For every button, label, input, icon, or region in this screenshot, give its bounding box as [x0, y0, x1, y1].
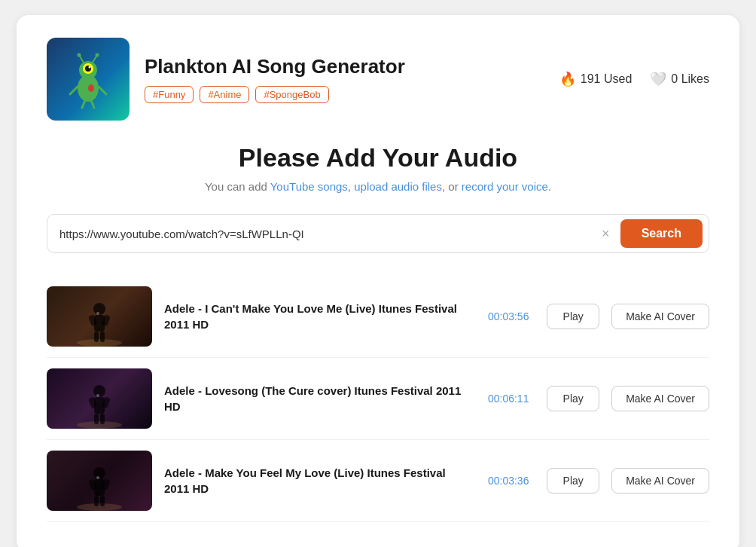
- tag: #Funny: [145, 86, 194, 103]
- main-section: Please Add Your Audio You can add YouTub…: [47, 143, 709, 193]
- svg-line-11: [82, 100, 85, 108]
- song-item: Adele - Lovesong (The Cure cover) Itunes…: [47, 358, 709, 440]
- svg-rect-30: [100, 414, 105, 424]
- song-duration: 00:03:56: [482, 310, 535, 322]
- svg-line-9: [70, 87, 78, 94]
- used-label: 191 Used: [581, 72, 633, 86]
- svg-line-10: [99, 87, 106, 94]
- record-link[interactable]: record your voice: [462, 180, 548, 193]
- tag: #Anime: [200, 86, 249, 103]
- main-card: Plankton AI Song Generator #Funny#Anime#…: [17, 15, 739, 547]
- search-button[interactable]: Search: [620, 219, 703, 248]
- used-stat: 🔥 191 Used: [559, 71, 633, 87]
- svg-point-6: [78, 53, 81, 57]
- song-title: Adele - Lovesong (The Cure cover) Itunes…: [164, 383, 470, 414]
- song-info: Adele - I Can't Make You Love Me (Live) …: [164, 301, 470, 332]
- search-input[interactable]: [59, 228, 596, 240]
- svg-point-22: [96, 312, 99, 315]
- tag: #SpongeBob: [255, 86, 328, 103]
- likes-stat: 🤍 0 Likes: [650, 71, 709, 87]
- ai-cover-button[interactable]: Make AI Cover: [611, 468, 709, 494]
- song-duration: 00:03:36: [482, 475, 535, 487]
- svg-rect-39: [100, 496, 105, 506]
- svg-point-40: [96, 476, 99, 479]
- svg-point-4: [89, 66, 91, 69]
- svg-point-31: [96, 394, 99, 397]
- svg-line-12: [91, 100, 94, 108]
- main-title: Please Add Your Audio: [47, 143, 709, 173]
- svg-point-13: [88, 84, 94, 92]
- song-thumbnail: [47, 368, 152, 429]
- svg-point-33: [77, 503, 122, 511]
- song-title: Adele - Make You Feel My Love (Live) Itu…: [164, 465, 470, 497]
- play-button[interactable]: Play: [547, 304, 599, 329]
- ai-cover-button[interactable]: Make AI Cover: [611, 304, 709, 329]
- ai-cover-button[interactable]: Make AI Cover: [611, 386, 709, 411]
- svg-point-34: [93, 467, 105, 479]
- svg-rect-20: [94, 332, 99, 342]
- header: Plankton AI Song Generator #Funny#Anime#…: [47, 38, 709, 121]
- svg-point-16: [93, 303, 105, 315]
- youtube-link[interactable]: YouTube songs: [270, 180, 348, 193]
- svg-point-8: [96, 53, 99, 57]
- song-list: Adele - I Can't Make You Love Me (Live) …: [47, 276, 709, 522]
- svg-rect-21: [100, 332, 105, 342]
- song-info: Adele - Make You Feel My Love (Live) Itu…: [164, 465, 470, 497]
- svg-point-15: [77, 339, 122, 347]
- app-title: Plankton AI Song Generator: [145, 55, 544, 78]
- song-info: Adele - Lovesong (The Cure cover) Itunes…: [164, 383, 470, 414]
- svg-rect-38: [94, 496, 99, 506]
- song-duration: 00:06:11: [482, 393, 535, 405]
- likes-label: 0 Likes: [671, 72, 709, 86]
- header-info: Plankton AI Song Generator #Funny#Anime#…: [145, 55, 544, 103]
- flame-icon: 🔥: [559, 71, 576, 87]
- avatar: [47, 38, 130, 121]
- main-subtitle: You can add YouTube songs, upload audio …: [47, 180, 709, 193]
- song-thumbnail: [47, 286, 152, 347]
- clear-button[interactable]: ×: [596, 224, 616, 243]
- play-button[interactable]: Play: [547, 468, 599, 494]
- song-thumbnail: [47, 451, 152, 511]
- upload-link[interactable]: upload audio files: [354, 180, 442, 193]
- play-button[interactable]: Play: [547, 386, 599, 411]
- song-item: Adele - I Can't Make You Love Me (Live) …: [47, 276, 709, 358]
- search-bar: × Search: [47, 214, 709, 253]
- svg-point-24: [77, 421, 122, 429]
- header-stats: 🔥 191 Used 🤍 0 Likes: [559, 71, 709, 87]
- svg-rect-29: [94, 414, 99, 424]
- heart-icon: 🤍: [650, 71, 666, 87]
- svg-point-25: [93, 385, 105, 397]
- song-item: Adele - Make You Feel My Love (Live) Itu…: [47, 440, 709, 522]
- song-title: Adele - I Can't Make You Love Me (Live) …: [164, 301, 470, 332]
- tags-container: #Funny#Anime#SpongeBob: [145, 86, 544, 103]
